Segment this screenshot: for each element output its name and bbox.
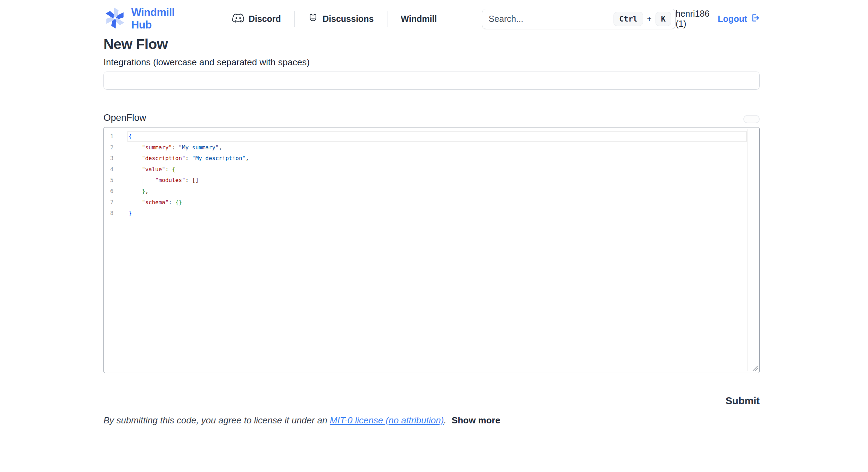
discord-icon	[232, 13, 244, 25]
integrations-label: Integrations (lowercase and separated wi…	[103, 57, 760, 68]
license-text-prefix: By submitting this code, you agree to li…	[103, 415, 330, 425]
brand-logo-link[interactable]: Windmill Hub	[103, 6, 185, 31]
nav-item-discord[interactable]: Discord	[219, 13, 294, 25]
license-note: By submitting this code, you agree to li…	[103, 415, 760, 426]
code-line: "summary": "My summary",	[128, 142, 745, 153]
show-more-button[interactable]: Show more	[452, 415, 500, 425]
code-line: "schema": {}	[128, 197, 745, 208]
code-lines: { "summary": "My summary", "description"…	[128, 131, 745, 219]
line-number: 4	[104, 164, 114, 175]
username[interactable]: henri186 (1)	[676, 9, 709, 29]
search-input[interactable]	[484, 14, 614, 24]
submit-button[interactable]: Submit	[726, 395, 760, 407]
line-number: 3	[104, 153, 114, 164]
openflow-code-editor[interactable]: 12345678 { "summary": "My summary", "des…	[103, 127, 760, 373]
logout-label: Logout	[718, 14, 747, 24]
nav-item-label: Windmill	[401, 14, 437, 24]
windmill-logo-icon	[103, 7, 126, 31]
header: Windmill Hub Discord	[103, 0, 760, 31]
code-line: },	[128, 186, 745, 197]
line-number: 8	[104, 208, 114, 219]
search-bar: Ctrl + K	[482, 9, 676, 29]
line-number: 1	[104, 131, 114, 142]
nav-item-windmill[interactable]: Windmill	[387, 14, 450, 24]
line-number: 7	[104, 197, 114, 208]
line-number: 5	[104, 175, 114, 186]
line-number: 2	[104, 142, 114, 153]
nav-item-discussions[interactable]: Discussions	[295, 13, 387, 25]
page-title: New Flow	[103, 36, 760, 52]
code-line: "modules": []	[128, 175, 745, 186]
openflow-label: OpenFlow	[103, 113, 146, 123]
code-line: }	[128, 208, 745, 219]
code-line: "value": {	[128, 164, 745, 175]
mit-license-link[interactable]: MIT-0 license (no attribution)	[330, 415, 444, 425]
logout-button[interactable]: Logout	[718, 13, 760, 25]
code-line: {	[128, 131, 745, 142]
editor-toggle[interactable]	[743, 115, 760, 123]
user-area: henri186 (1) Logout	[676, 9, 760, 29]
code-line: "description": "My description",	[128, 153, 745, 164]
integrations-input[interactable]	[103, 72, 760, 90]
nav-item-label: Discord	[249, 14, 281, 24]
kbd-k: K	[656, 12, 671, 26]
logout-icon	[750, 13, 760, 25]
nav-item-label: Discussions	[323, 14, 374, 24]
license-text-suffix: .	[444, 415, 449, 425]
main-nav: Discord Discussions Windmill	[219, 11, 450, 27]
line-number: 6	[104, 186, 114, 197]
kbd-plus: +	[647, 14, 651, 24]
github-discussions-icon	[308, 13, 318, 25]
brand-name: Windmill Hub	[131, 6, 185, 31]
kbd-ctrl: Ctrl	[614, 12, 643, 26]
editor-resize-handle[interactable]	[751, 365, 758, 372]
gutter: 12345678	[104, 131, 114, 219]
overview-ruler	[748, 129, 748, 371]
